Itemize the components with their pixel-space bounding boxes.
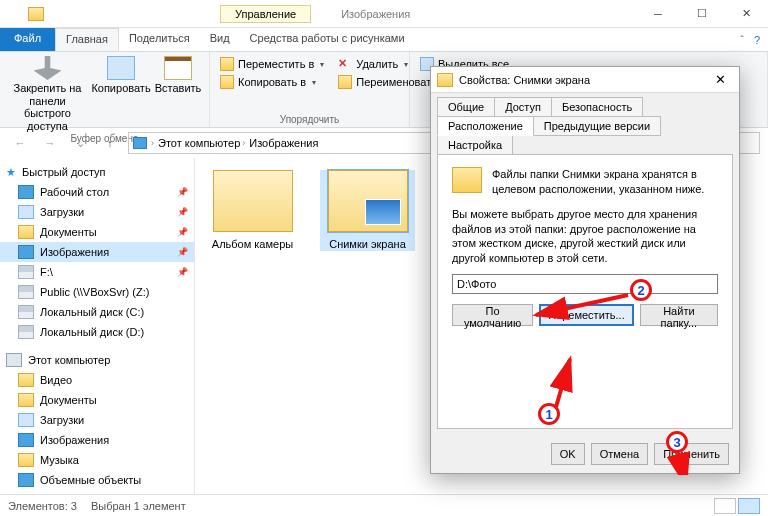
properties-dialog: Свойства: Снимки экрана ✕ Общие Доступ Б… <box>430 66 740 474</box>
rename-icon <box>338 75 352 89</box>
copy-button[interactable]: Копировать <box>93 56 149 133</box>
copy-icon <box>107 56 135 80</box>
nav-this-pc[interactable]: Этот компьютер <box>0 350 194 370</box>
window-title: Изображения <box>341 8 410 20</box>
nav-3d[interactable]: Объемные объекты <box>0 470 194 490</box>
pc-icon <box>6 353 22 367</box>
dialog-close-button[interactable]: ✕ <box>707 72 733 87</box>
dialog-tabs: Общие Доступ Безопасность Расположение П… <box>431 93 739 154</box>
find-target-button[interactable]: Найти папку... <box>640 304 718 326</box>
restore-default-button[interactable]: По умолчанию <box>452 304 533 326</box>
drive-icon <box>18 265 34 279</box>
annotation-3: 3 <box>666 431 688 453</box>
dialog-body: Файлы папки Снимки экрана хранятся в цел… <box>437 154 733 429</box>
nav-videos[interactable]: Видео <box>0 370 194 390</box>
contextual-tab-label[interactable]: Управление <box>220 5 311 23</box>
view-details-button[interactable] <box>714 498 736 514</box>
copy-to-button[interactable]: Копировать в <box>218 74 326 90</box>
nav-downloads2[interactable]: Загрузки <box>0 410 194 430</box>
nav-music[interactable]: Музыка <box>0 450 194 470</box>
tab-share[interactable]: Поделиться <box>119 28 200 51</box>
window-titlebar: Управление Изображения ─ ☐ ✕ <box>0 0 768 28</box>
nav-drive-d[interactable]: Локальный диск (D:) <box>0 322 194 342</box>
minimize-button[interactable]: ─ <box>636 0 680 28</box>
documents-icon <box>18 225 34 239</box>
pin-label: Закрепить на панели быстрого доступа <box>8 82 87 133</box>
ok-button[interactable]: OK <box>551 443 585 465</box>
dialog-footer: OK Отмена Применить <box>431 435 739 473</box>
status-bar: Элементов: 3 Выбран 1 элемент <box>0 494 768 516</box>
nav-desktop[interactable]: Рабочий стол📌 <box>0 182 194 202</box>
maximize-button[interactable]: ☐ <box>680 0 724 28</box>
folder-screenshots[interactable]: Снимки экрана <box>320 170 415 251</box>
pin-quickaccess-button[interactable]: Закрепить на панели быстрого доступа <box>8 56 87 133</box>
tab-security[interactable]: Безопасность <box>551 97 643 117</box>
nav-pictures2[interactable]: Изображения <box>0 430 194 450</box>
tab-customize[interactable]: Настройка <box>437 135 513 155</box>
nav-recent-button[interactable]: ⌄ <box>68 131 92 155</box>
nav-drive-f[interactable]: F:\📌 <box>0 262 194 282</box>
nav-drive-z[interactable]: Public (\\VBoxSvr) (Z:) <box>0 282 194 302</box>
nav-up-button[interactable]: ↑ <box>98 131 122 155</box>
folder-camera-roll[interactable]: Альбом камеры <box>205 170 300 251</box>
navigation-pane: ★Быстрый доступ Рабочий стол📌 Загрузки📌 … <box>0 158 195 494</box>
dialog-titlebar[interactable]: Свойства: Снимки экрана ✕ <box>431 67 739 93</box>
nav-quick-access[interactable]: ★Быстрый доступ <box>0 162 194 182</box>
location-description-1: Файлы папки Снимки экрана хранятся в цел… <box>492 167 718 197</box>
window-folder-icon <box>28 7 44 21</box>
body-folder-icon <box>452 167 482 193</box>
move-icon <box>220 57 234 71</box>
status-count: Элементов: 3 <box>8 500 77 512</box>
svg-line-1 <box>556 359 570 407</box>
tab-sharing[interactable]: Доступ <box>494 97 552 117</box>
close-button[interactable]: ✕ <box>724 0 768 28</box>
nav-back-button[interactable]: ← <box>8 131 32 155</box>
paste-label: Вставить <box>155 82 202 95</box>
folder-icon <box>328 170 408 232</box>
nav-drive-c[interactable]: Локальный диск (C:) <box>0 302 194 322</box>
crumb-pictures[interactable]: Изображения <box>249 137 318 149</box>
move-to-button[interactable]: Переместить в <box>218 56 326 72</box>
tab-location[interactable]: Расположение <box>437 116 534 136</box>
nav-qa-label: Быстрый доступ <box>22 166 106 178</box>
nav-forward-button[interactable]: → <box>38 131 62 155</box>
tab-home[interactable]: Главная <box>55 28 119 51</box>
copyto-icon <box>220 75 234 89</box>
tab-previous[interactable]: Предыдущие версии <box>533 116 661 136</box>
folder-icon <box>213 170 293 232</box>
move-label: Переместить в <box>238 58 314 70</box>
crumb-this-pc[interactable]: Этот компьютер › <box>158 137 245 149</box>
pictures-icon <box>133 137 147 149</box>
tab-picture-tools[interactable]: Средства работы с рисунками <box>240 28 415 51</box>
apply-button[interactable]: Применить <box>654 443 729 465</box>
netdrive-icon <box>18 285 34 299</box>
tab-general[interactable]: Общие <box>437 97 495 117</box>
tab-view[interactable]: Вид <box>200 28 240 51</box>
delete-icon: ✕ <box>338 57 352 71</box>
help-icon[interactable]: ? <box>754 34 760 46</box>
paste-button[interactable]: Вставить <box>155 56 201 133</box>
drive-icon <box>18 325 34 339</box>
status-selected: Выбран 1 элемент <box>91 500 186 512</box>
downloads-icon <box>18 205 34 219</box>
nav-downloads[interactable]: Загрузки📌 <box>0 202 194 222</box>
pin-icon: 📌 <box>177 187 188 197</box>
ribbon-collapse-icon[interactable]: ˆ <box>740 34 744 46</box>
pictures-icon <box>18 245 34 259</box>
star-icon: ★ <box>6 166 16 179</box>
group-organize-title: Упорядочить <box>218 114 401 125</box>
file-tab[interactable]: Файл <box>0 28 55 51</box>
desktop-icon <box>18 185 34 199</box>
cancel-button[interactable]: Отмена <box>591 443 648 465</box>
nav-documents[interactable]: Документы📌 <box>0 222 194 242</box>
delete-label: Удалить <box>356 58 398 70</box>
location-path-input[interactable] <box>452 274 718 294</box>
nav-pictures[interactable]: Изображения📌 <box>0 242 194 262</box>
nav-documents2[interactable]: Документы <box>0 390 194 410</box>
move-button[interactable]: Переместить... <box>539 304 634 326</box>
paste-icon <box>164 56 192 80</box>
dialog-folder-icon <box>437 73 453 87</box>
view-icons-button[interactable] <box>738 498 760 514</box>
ribbon-tabstrip: Файл Главная Поделиться Вид Средства раб… <box>0 28 768 52</box>
location-description-2: Вы можете выбрать другое место для хране… <box>452 207 718 266</box>
